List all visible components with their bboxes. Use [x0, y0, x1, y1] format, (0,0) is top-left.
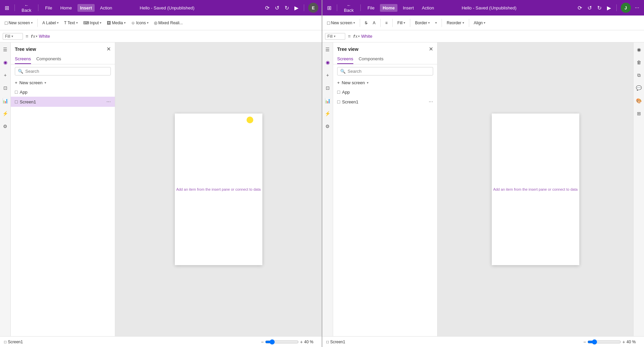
- tree-item-app-left[interactable]: □ App: [11, 87, 115, 97]
- fx-right[interactable]: f x ▾: [353, 34, 360, 39]
- zoom-slider-left[interactable]: [265, 339, 299, 345]
- apps-grid-icon-right[interactable]: ⊞: [326, 3, 333, 12]
- zoom-in-btn-right[interactable]: +: [622, 339, 625, 345]
- border-dropdown-right[interactable]: ▾: [433, 20, 439, 26]
- input-btn-left[interactable]: ⌨ Input ▾: [81, 19, 104, 27]
- align-btn-right[interactable]: ≡: [383, 19, 390, 27]
- sidebar-settings-icon-right[interactable]: ⚙: [323, 122, 332, 131]
- text-btn-left[interactable]: T Text ▾: [62, 19, 79, 27]
- rsidebar-duplicate-icon-right[interactable]: ⧉: [635, 71, 643, 80]
- tree-search-input-left[interactable]: [25, 69, 108, 74]
- tree-close-btn-right[interactable]: ✕: [429, 46, 433, 52]
- sync-icon-left[interactable]: ⟳: [264, 3, 271, 12]
- new-screen-btn-left[interactable]: □ New screen ▾: [3, 19, 35, 27]
- media-btn-left[interactable]: 🖼 Media ▾: [105, 19, 128, 27]
- sidebar-layers-icon-right[interactable]: ◉: [323, 58, 332, 67]
- canvas-screen-left[interactable]: Add an item from the insert pane or conn…: [175, 114, 262, 265]
- reorder-btn-right[interactable]: Reorder ▾: [445, 19, 466, 27]
- app-title-left: Hello - Saved (Unpublished): [140, 5, 195, 10]
- rsidebar-trash-icon-right[interactable]: 🗑: [635, 58, 643, 67]
- sync-icon-right[interactable]: ⟳: [576, 3, 583, 12]
- formula-value-right: White: [361, 34, 641, 39]
- back-btn-left[interactable]: ← Back: [19, 1, 34, 14]
- text-color-btn-right[interactable]: A: [371, 19, 378, 27]
- file-menu-right[interactable]: File: [365, 4, 377, 12]
- align-right-btn[interactable]: Align ▾: [472, 19, 488, 27]
- zoom-in-btn-left[interactable]: +: [300, 339, 303, 345]
- home-menu-right[interactable]: Home: [380, 4, 397, 12]
- canvas-hint-right: Add an item from the insert pane or conn…: [493, 187, 578, 191]
- insert-menu-left[interactable]: Insert: [77, 4, 95, 12]
- tab-components-right[interactable]: Components: [359, 54, 384, 64]
- new-screen-btn-right[interactable]: □ New screen ▾: [325, 19, 357, 27]
- formula-value-left: White: [39, 34, 319, 39]
- sidebar-data-icon-right[interactable]: 📊: [323, 96, 332, 105]
- zoom-out-btn-right[interactable]: −: [583, 339, 586, 345]
- redo-icon-right[interactable]: ↻: [596, 3, 603, 12]
- fill-btn-right[interactable]: Fill ▾: [395, 19, 407, 27]
- app-title-right: Hello - Saved (Unpublished): [462, 5, 517, 10]
- sidebar-variables-icon-right[interactable]: ⚡: [323, 109, 332, 118]
- tree-search-input-right[interactable]: [348, 69, 430, 74]
- user-avatar-left[interactable]: E: [308, 3, 318, 13]
- tab-screens-right[interactable]: Screens: [337, 54, 353, 64]
- tree-item-screen1-right[interactable]: □ Screen1 ···: [333, 97, 437, 107]
- sidebar-menu-icon-left[interactable]: ☰: [1, 45, 10, 54]
- sidebar-layers-icon-left[interactable]: ◉: [1, 58, 10, 67]
- icons-btn-left[interactable]: ☺ Icons ▾: [129, 19, 151, 27]
- tab-screens-left[interactable]: Screens: [15, 54, 31, 64]
- sidebar-menu-icon-right[interactable]: ☰: [323, 45, 332, 54]
- sidebar-components-icon-left[interactable]: ⊡: [1, 84, 10, 92]
- sidebar-data-icon-left[interactable]: 📊: [1, 96, 10, 105]
- fill-label-left[interactable]: Fill ▾: [3, 33, 23, 40]
- fx-left[interactable]: f x ▾: [31, 34, 37, 39]
- tab-components-left[interactable]: Components: [36, 54, 61, 64]
- home-menu-left[interactable]: Home: [58, 4, 75, 12]
- canvas-area-right: Add an item from the insert pane or conn…: [438, 42, 633, 336]
- sidebar-settings-icon-left[interactable]: ⚙: [1, 122, 10, 131]
- rsidebar-paint-icon-right[interactable]: 🎨: [635, 96, 643, 105]
- back-btn-right[interactable]: ← Back: [341, 1, 357, 14]
- new-screen-tree-left[interactable]: + New screen ▾: [11, 78, 115, 87]
- border-btn-right[interactable]: Border ▾: [413, 19, 432, 27]
- play-icon-right[interactable]: ▶: [606, 3, 612, 12]
- play-icon-left[interactable]: ▶: [293, 3, 300, 12]
- refresh-icon-left[interactable]: ↺: [273, 3, 281, 12]
- status-screen-left: □ Screen1: [4, 340, 23, 344]
- zoom-value-left: 40 %: [304, 340, 318, 344]
- undo-icon-right[interactable]: ↺: [586, 3, 593, 12]
- redo-icon-left[interactable]: ↻: [283, 3, 290, 12]
- ellipsis-right[interactable]: ···: [634, 3, 641, 12]
- new-screen-tree-right[interactable]: + New screen ▾: [333, 78, 437, 87]
- strikethrough-btn-right[interactable]: S̶: [363, 19, 369, 27]
- equals-left: =: [24, 34, 30, 39]
- status-screen-right: □ Screen1: [326, 340, 345, 344]
- canvas-hint-left: Add an item from the insert pane or conn…: [176, 187, 261, 191]
- action-menu-left[interactable]: Action: [97, 4, 115, 12]
- tree-title-left: Tree view: [15, 46, 36, 52]
- zoom-out-btn-left[interactable]: −: [261, 339, 264, 345]
- sidebar-add-icon-right[interactable]: +: [323, 71, 332, 80]
- insert-menu-right[interactable]: Insert: [400, 4, 417, 12]
- mixed-reality-btn-left[interactable]: ◎ Mixed Reali...: [152, 19, 185, 27]
- file-menu-left[interactable]: File: [42, 4, 55, 12]
- user-avatar-right[interactable]: J: [621, 3, 631, 13]
- action-menu-right[interactable]: Action: [419, 4, 437, 12]
- equals-right: =: [347, 34, 352, 39]
- tree-item-screen1-left[interactable]: □ Screen1 ···: [11, 97, 115, 107]
- zoom-slider-right[interactable]: [587, 339, 621, 345]
- rsidebar-controls-icon-right[interactable]: ⊞: [635, 109, 643, 118]
- rsidebar-layers-icon-right[interactable]: ◉: [635, 45, 643, 54]
- canvas-area-left: Add an item from the insert pane or conn…: [115, 42, 322, 336]
- label-btn-left[interactable]: A Label ▾: [40, 19, 61, 27]
- tree-close-btn-left[interactable]: ✕: [106, 46, 111, 52]
- zoom-value-right: 40 %: [626, 340, 640, 344]
- fill-label-right[interactable]: Fill ▾: [325, 33, 345, 40]
- canvas-screen-right[interactable]: Add an item from the insert pane or conn…: [492, 114, 579, 265]
- apps-grid-icon-left[interactable]: ⊞: [3, 3, 10, 12]
- sidebar-variables-icon-left[interactable]: ⚡: [1, 109, 10, 118]
- sidebar-components-icon-right[interactable]: ⊡: [323, 84, 332, 92]
- sidebar-add-icon-left[interactable]: +: [1, 71, 10, 80]
- tree-item-app-right[interactable]: □ App: [333, 87, 437, 97]
- rsidebar-comments-icon-right[interactable]: 💬: [635, 84, 643, 92]
